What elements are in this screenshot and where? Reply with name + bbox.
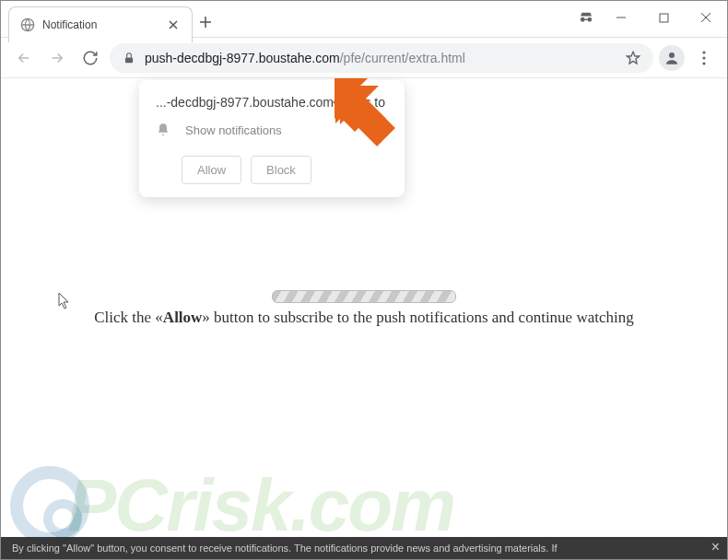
profile-avatar[interactable] <box>659 45 685 71</box>
cursor-icon <box>58 292 71 310</box>
globe-icon <box>20 18 35 32</box>
svg-point-5 <box>669 52 675 58</box>
instruction-bold: Allow <box>163 309 203 326</box>
url-host: push-decdbgj-8977.boustahe.com <box>145 51 340 65</box>
lock-icon <box>123 52 135 64</box>
minimize-button[interactable] <box>600 1 642 34</box>
reload-button[interactable] <box>76 44 104 72</box>
instruction-prefix: Click the « <box>94 309 163 326</box>
bell-icon <box>156 122 170 137</box>
instruction-suffix: » button to subscribe to the push notifi… <box>202 309 633 326</box>
allow-button[interactable]: Allow <box>182 156 241 184</box>
svg-rect-4 <box>125 57 133 63</box>
svg-point-2 <box>587 18 592 22</box>
consent-text: By clicking "Allow" button, you consent … <box>12 542 558 554</box>
address-bar[interactable]: push-decdbgj-8977.boustahe.com/pfe/curre… <box>110 43 653 73</box>
bookmark-star-icon[interactable] <box>626 51 640 65</box>
forward-button[interactable] <box>43 44 71 72</box>
notification-permission-label: Show notifications <box>185 123 282 137</box>
svg-point-6 <box>702 51 705 53</box>
back-button[interactable] <box>10 44 38 72</box>
browser-tab[interactable]: Notification <box>8 6 193 42</box>
instruction-text: Click the «Allow» button to subscribe to… <box>1 309 727 327</box>
maximize-button[interactable] <box>642 1 685 34</box>
svg-marker-10 <box>335 78 386 132</box>
incognito-icon <box>572 9 600 26</box>
browser-menu-button[interactable] <box>690 51 718 65</box>
annotation-arrow-icon <box>325 69 403 146</box>
new-tab-button[interactable] <box>193 6 218 37</box>
url-text: push-decdbgj-8977.boustahe.com/pfe/curre… <box>145 51 616 65</box>
svg-rect-3 <box>660 14 668 22</box>
consent-banner: By clicking "Allow" button, you consent … <box>1 537 727 559</box>
url-path: /pfe/current/extra.html <box>340 51 465 65</box>
svg-point-8 <box>702 62 705 64</box>
close-window-button[interactable] <box>685 1 727 34</box>
browser-titlebar: Notification <box>1 1 727 38</box>
svg-point-1 <box>581 18 585 22</box>
loading-bar <box>272 290 456 303</box>
close-banner-icon[interactable]: × <box>711 539 720 555</box>
svg-point-7 <box>702 56 705 59</box>
notification-buttons: Allow Block <box>156 156 388 184</box>
block-button[interactable]: Block <box>251 156 311 184</box>
window-controls <box>572 1 727 34</box>
close-tab-icon[interactable] <box>166 18 181 32</box>
tab-title: Notification <box>42 18 159 31</box>
